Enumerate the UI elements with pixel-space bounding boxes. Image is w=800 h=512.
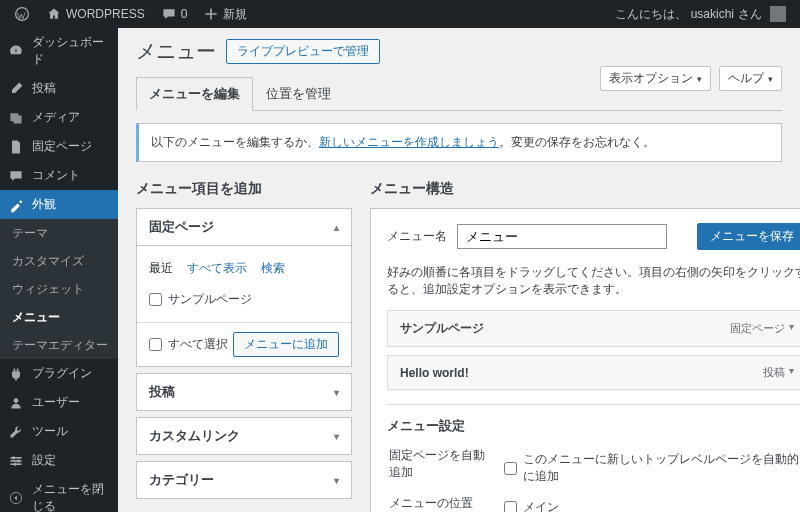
- help-button[interactable]: ヘルプ: [719, 66, 782, 91]
- nav-tools[interactable]: ツール: [0, 417, 118, 446]
- auto-add-checkbox[interactable]: このメニューに新しいトップレベルページを自動的に追加: [504, 447, 799, 489]
- add-items-heading: メニュー項目を追加: [136, 180, 352, 198]
- auto-add-label: 固定ページを自動追加: [389, 445, 502, 491]
- menu-settings-heading: メニュー設定: [387, 417, 800, 435]
- info-notice: 以下のメニューを編集するか、新しいメニューを作成しましょう。変更の保存をお忘れな…: [136, 123, 782, 162]
- menu-item[interactable]: Hello world! 投稿 ▾: [387, 355, 800, 390]
- chevron-down-icon: ▾: [334, 475, 339, 486]
- tab-manage-locations[interactable]: 位置を管理: [253, 77, 344, 111]
- menu-item[interactable]: サンプルページ 固定ページ ▾: [387, 310, 800, 347]
- metabox-custom-toggle[interactable]: カスタムリンク▾: [137, 418, 351, 454]
- live-preview-button[interactable]: ライブプレビューで管理: [226, 39, 380, 64]
- select-all[interactable]: すべて選択: [149, 332, 228, 357]
- subtab-search[interactable]: 検索: [261, 260, 285, 277]
- nav-widgets[interactable]: ウィジェット: [0, 275, 118, 303]
- site-link[interactable]: WORDPRESS: [40, 0, 151, 28]
- nav-media[interactable]: メディア: [0, 103, 118, 132]
- svg-point-5: [12, 456, 15, 459]
- nav-settings[interactable]: 設定: [0, 446, 118, 475]
- checkbox[interactable]: [149, 338, 162, 351]
- admin-bar: WORDPRESS 0 新規 こんにちは、usakichi さん: [0, 0, 800, 28]
- create-menu-link[interactable]: 新しいメニューを作成しましょう: [319, 135, 499, 149]
- greeting[interactable]: こんにちは、usakichi さん: [609, 0, 792, 28]
- add-to-menu-button[interactable]: メニューに追加: [233, 332, 339, 357]
- checkbox[interactable]: [149, 293, 162, 306]
- nav-comments[interactable]: コメント: [0, 161, 118, 190]
- page-item-sample[interactable]: サンプルページ: [149, 287, 339, 312]
- page-title: メニュー: [136, 38, 216, 65]
- chevron-up-icon: ▴: [334, 222, 339, 233]
- comments-link[interactable]: 0: [155, 0, 194, 28]
- chevron-down-icon: ▾: [334, 431, 339, 442]
- nav-plugins[interactable]: プラグイン: [0, 359, 118, 388]
- location-main[interactable]: メイン: [504, 495, 799, 512]
- nav-appearance[interactable]: 外観: [0, 190, 118, 219]
- metabox-categories-toggle[interactable]: カテゴリー▾: [137, 462, 351, 498]
- structure-heading: メニュー構造: [370, 180, 800, 198]
- svg-point-7: [14, 462, 17, 465]
- structure-help: 好みの順番に各項目をドラッグしてください。項目の右側の矢印をクリックすると、追加…: [387, 264, 800, 298]
- menu-name-input[interactable]: [457, 224, 667, 249]
- nav-pages[interactable]: 固定ページ: [0, 132, 118, 161]
- nav-customize[interactable]: カスタマイズ: [0, 247, 118, 275]
- chevron-down-icon: ▾: [334, 387, 339, 398]
- metabox-pages: 固定ページ▴ 最近 すべて表示 検索 サンプルページ すべて選択 メニューに追加: [136, 208, 352, 367]
- menu-name-label: メニュー名: [387, 228, 447, 245]
- nav-menus[interactable]: メニュー: [0, 303, 118, 331]
- chevron-down-icon: ▾: [789, 365, 794, 380]
- nav-posts[interactable]: 投稿: [0, 74, 118, 103]
- svg-point-6: [17, 459, 20, 462]
- chevron-down-icon: ▾: [789, 321, 794, 336]
- save-menu-top-button[interactable]: メニューを保存: [697, 223, 800, 250]
- nav-dashboard[interactable]: ダッシュボード: [0, 28, 118, 74]
- admin-sidebar: ダッシュボード 投稿 メディア 固定ページ コメント 外観 テーマ カスタマイズ…: [0, 28, 118, 512]
- nav-themes[interactable]: テーマ: [0, 219, 118, 247]
- metabox-posts-toggle[interactable]: 投稿▾: [137, 374, 351, 410]
- screen-options-button[interactable]: 表示オプション: [600, 66, 711, 91]
- wp-logo[interactable]: [8, 0, 36, 28]
- avatar: [770, 6, 786, 22]
- subtab-all[interactable]: すべて表示: [187, 260, 247, 277]
- new-link[interactable]: 新規: [197, 0, 253, 28]
- svg-point-1: [14, 398, 19, 403]
- subtab-recent[interactable]: 最近: [149, 260, 173, 277]
- locations-label: メニューの位置: [389, 493, 502, 512]
- tab-edit-menus[interactable]: メニューを編集: [136, 77, 253, 111]
- metabox-pages-toggle[interactable]: 固定ページ▴: [137, 209, 351, 246]
- nav-users[interactable]: ユーザー: [0, 388, 118, 417]
- nav-collapse[interactable]: メニューを閉じる: [0, 475, 118, 512]
- nav-theme-editor[interactable]: テーマエディター: [0, 331, 118, 359]
